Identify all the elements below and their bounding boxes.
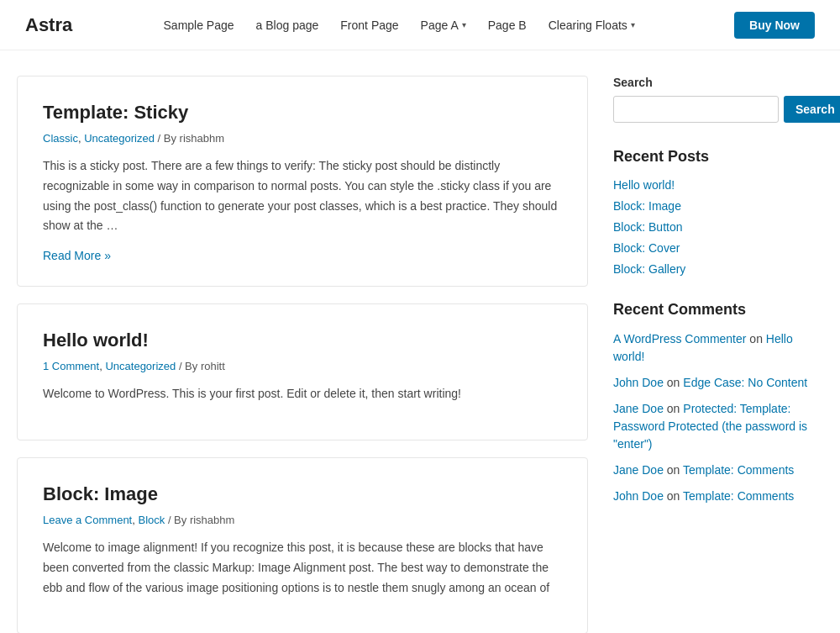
nav-item-blog-page[interactable]: a Blog page: [248, 13, 328, 37]
main-content: Template: StickyClassic, Uncategorized /…: [17, 76, 588, 633]
recent-post-link[interactable]: Hello world!: [613, 178, 675, 192]
search-input[interactable]: [613, 96, 779, 123]
recent-posts-widget: Recent Posts Hello world!Block: ImageBlo…: [613, 148, 823, 276]
post-meta-author: / By rohitt: [176, 360, 225, 372]
recent-comments-widget: Recent Comments A WordPress Commenter on…: [613, 301, 823, 505]
post-card-post-hello-world: Hello world!1 Comment, Uncategorized / B…: [17, 303, 588, 440]
recent-comments-title: Recent Comments: [613, 301, 823, 319]
comment-post-link[interactable]: Template: Comments: [683, 489, 794, 503]
commenter-link[interactable]: John Doe: [613, 489, 664, 503]
recent-post-item: Block: Button: [613, 219, 823, 234]
recent-comment-item: John Doe on Template: Comments: [613, 488, 823, 505]
site-content: Template: StickyClassic, Uncategorized /…: [0, 50, 840, 633]
recent-post-link[interactable]: Block: Button: [613, 220, 683, 234]
nav-item-clearing-floats[interactable]: Clearing Floats▾: [540, 13, 643, 37]
post-card-post-block-image: Block: ImageLeave a Comment, Block / By …: [17, 457, 588, 633]
search-widget: Search Search: [613, 76, 823, 123]
comment-post-link[interactable]: Template: Comments: [683, 463, 794, 477]
recent-post-item: Block: Cover: [613, 240, 823, 255]
post-meta-link-1[interactable]: Uncategorized: [105, 360, 176, 372]
post-card-post-sticky: Template: StickyClassic, Uncategorized /…: [17, 76, 588, 287]
site-header: Astra Sample Pagea Blog pageFront PagePa…: [0, 0, 840, 50]
recent-post-item: Hello world!: [613, 177, 823, 192]
chevron-down-icon: ▾: [631, 20, 635, 29]
sidebar: Search Search Recent Posts Hello world!B…: [613, 76, 823, 633]
comment-post-link[interactable]: Edge Case: No Content: [683, 376, 807, 389]
commenter-link[interactable]: Jane Doe: [613, 463, 664, 477]
read-more-link[interactable]: Read More »: [43, 249, 111, 262]
post-title: Template: Sticky: [43, 102, 562, 124]
chevron-down-icon: ▾: [462, 20, 466, 29]
search-button[interactable]: Search: [784, 96, 840, 123]
recent-posts-title: Recent Posts: [613, 148, 823, 166]
post-title: Block: Image: [43, 483, 562, 505]
post-meta-link-1[interactable]: Block: [138, 514, 165, 526]
recent-post-link[interactable]: Block: Gallery: [613, 262, 685, 276]
search-label: Search: [613, 76, 823, 89]
recent-post-item: Block: Gallery: [613, 261, 823, 276]
post-meta-author: / By rishabhm: [155, 132, 224, 145]
post-meta: 1 Comment, Uncategorized / By rohitt: [43, 360, 562, 372]
recent-posts-list: Hello world!Block: ImageBlock: ButtonBlo…: [613, 177, 823, 276]
nav-item-page-a[interactable]: Page A▾: [412, 13, 475, 37]
recent-post-link[interactable]: Block: Image: [613, 199, 681, 213]
recent-post-link[interactable]: Block: Cover: [613, 241, 680, 255]
recent-comment-item: Jane Doe on Template: Comments: [613, 462, 823, 479]
post-meta-link-0[interactable]: 1 Comment: [43, 360, 99, 372]
search-form: Search: [613, 96, 823, 123]
recent-comment-item: John Doe on Edge Case: No Content: [613, 374, 823, 392]
post-excerpt: Welcome to WordPress. This is your first…: [43, 384, 562, 404]
buy-now-button[interactable]: Buy Now: [734, 12, 815, 39]
post-meta-author: / By rishabhm: [165, 514, 234, 526]
recent-comment-item: A WordPress Commenter on Hello world!: [613, 330, 823, 366]
main-nav: Sample Pagea Blog pageFront PagePage A▾P…: [155, 13, 643, 37]
post-excerpt: This is a sticky post. There are a few t…: [43, 156, 562, 236]
commenter-link[interactable]: Jane Doe: [613, 402, 664, 415]
commenter-link[interactable]: John Doe: [613, 376, 664, 389]
post-meta-link-1[interactable]: Uncategorized: [84, 132, 155, 145]
recent-comments-list: A WordPress Commenter on Hello world!Joh…: [613, 330, 823, 505]
nav-item-page-b[interactable]: Page B: [480, 13, 535, 37]
nav-item-front-page[interactable]: Front Page: [332, 13, 407, 37]
post-meta: Leave a Comment, Block / By rishabhm: [43, 514, 562, 526]
recent-comment-item: Jane Doe on Protected: Template: Passwor…: [613, 400, 823, 453]
post-meta: Classic, Uncategorized / By rishabhm: [43, 132, 562, 145]
post-meta-link-0[interactable]: Leave a Comment: [43, 514, 132, 526]
site-logo[interactable]: Astra: [25, 14, 72, 36]
recent-post-item: Block: Image: [613, 198, 823, 213]
post-meta-link-0[interactable]: Classic: [43, 132, 78, 145]
nav-item-sample-page[interactable]: Sample Page: [155, 13, 243, 37]
commenter-link[interactable]: A WordPress Commenter: [613, 332, 746, 346]
post-excerpt: Welcome to image alignment! If you recog…: [43, 538, 562, 598]
post-title: Hello world!: [43, 330, 562, 351]
